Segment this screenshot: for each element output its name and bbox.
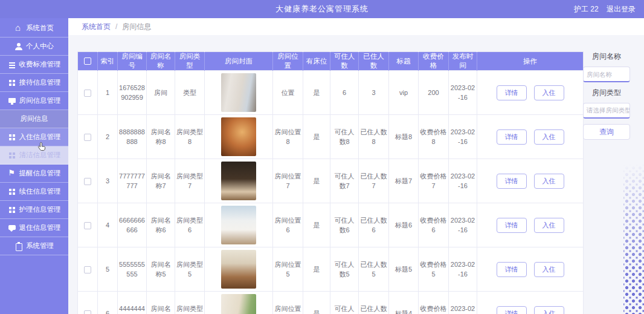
cell-date: 2023-02-16: [449, 71, 477, 115]
row-checkbox[interactable]: [84, 266, 91, 273]
cell-has_bed: 是: [303, 247, 330, 292]
sidebar-item-label: 退住信息管理: [19, 223, 61, 232]
cell-cover: [205, 292, 273, 314]
monitor-icon: [8, 97, 16, 105]
sidebar-item-profile[interactable]: 个人中心: [0, 38, 68, 56]
cell-title: 标题5: [389, 247, 419, 292]
room-cover-photo: [221, 206, 256, 244]
row-checkbox[interactable]: [84, 310, 91, 314]
column-header: 房间名称: [147, 52, 175, 71]
cell-room_no: 5555555555: [118, 247, 147, 292]
row-checkbox[interactable]: [84, 90, 91, 97]
cell-occupied: 已住人数8: [359, 115, 389, 159]
table-row: 64444444444房间名称4房间类型4房间位置4是可住人数4已住人数4标题4…: [78, 292, 584, 314]
cell-capacity: 可住人数7: [330, 159, 359, 203]
sidebar-item-label: 房间信息: [21, 114, 48, 123]
cell-room_no: 6666666666: [118, 203, 147, 247]
cell-capacity: 可住人数4: [330, 292, 359, 314]
sidebar-item-checkout-mgmt[interactable]: 退住信息管理: [0, 219, 68, 237]
column-header: 房间类型: [175, 52, 205, 71]
cell-cover: [205, 159, 273, 203]
checkin-button[interactable]: 入住: [534, 218, 564, 233]
home-icon: [14, 24, 23, 33]
cell-location: 房间位置8: [273, 115, 303, 159]
detail-button[interactable]: 详情: [497, 262, 527, 277]
cell-location: 房间位置4: [273, 292, 303, 314]
cell-capacity: 可住人数6: [330, 203, 359, 247]
sidebar-item-label: 入住信息管理: [19, 132, 61, 142]
cell-index: 6: [98, 292, 118, 314]
sidebar-item-fee-standard[interactable]: 收费标准管理: [0, 56, 68, 74]
sidebar-item-system-mgmt[interactable]: 系统管理: [0, 237, 68, 255]
column-header: 发布时间: [449, 52, 477, 71]
detail-button[interactable]: 详情: [497, 174, 527, 189]
cell-cover: [205, 247, 273, 292]
checkin-button[interactable]: 入住: [534, 129, 564, 145]
app-title: 大健康养老公寓管理系统: [0, 0, 644, 18]
sidebar-item-room-info[interactable]: 房间信息: [0, 110, 68, 128]
cell-price: 200: [419, 71, 449, 115]
column-header: 房间封面: [205, 52, 273, 71]
sidebar-item-label: 房间信息管理: [19, 96, 61, 105]
cell-has_bed: 是: [303, 292, 330, 314]
sidebar-item-nursing-mgmt[interactable]: 护理信息管理: [0, 201, 68, 219]
query-button[interactable]: 查询: [583, 124, 630, 140]
checkin-button[interactable]: 入住: [534, 174, 564, 189]
row-checkbox[interactable]: [84, 134, 91, 141]
checkin-button[interactable]: 入住: [534, 306, 564, 314]
logout-link[interactable]: 退出登录: [607, 5, 636, 13]
grid-icon: [8, 133, 16, 142]
user-icon: [14, 42, 23, 51]
detail-button[interactable]: 详情: [497, 218, 527, 233]
cell-type: 房间类型8: [175, 115, 205, 159]
cell-actions: 详情入住: [477, 292, 584, 314]
sidebar-item-label: 个人中心: [26, 42, 54, 51]
detail-button[interactable]: 详情: [497, 85, 527, 100]
cell-date: 2023-02-16: [449, 203, 477, 247]
breadcrumb-current: 房间信息: [122, 22, 151, 32]
cell-room_no: 8888888888: [118, 115, 147, 159]
cell-capacity: 可住人数8: [330, 115, 359, 159]
checkin-button[interactable]: 入住: [534, 85, 564, 100]
cell-price: 收费价格5: [419, 247, 449, 292]
cell-occupied: 已住人数5: [359, 247, 389, 292]
sidebar-item-home[interactable]: 系统首页: [0, 19, 68, 38]
sidebar-item-cleaning-mgmt[interactable]: 清洁信息管理: [0, 146, 68, 165]
checkin-button[interactable]: 入住: [534, 262, 564, 277]
cell-capacity: 可住人数5: [330, 247, 359, 292]
row-checkbox[interactable]: [84, 178, 91, 185]
halftone-dots-decoration: [623, 165, 644, 314]
sidebar-item-renewal-mgmt[interactable]: 续住信息管理: [0, 183, 68, 201]
cell-title: 标题8: [389, 115, 419, 159]
cell-location: 房间位置6: [273, 203, 303, 247]
room-type-select[interactable]: 请选择房间类型: [583, 103, 630, 119]
detail-button[interactable]: 详情: [497, 129, 527, 145]
column-header: 有床位: [303, 52, 330, 71]
sidebar-item-room-mgmt[interactable]: 房间信息管理: [0, 92, 68, 110]
table-row: 46666666666房间名称6房间类型6房间位置6是可住人数6已住人数6标题6…: [78, 203, 584, 247]
cell-type: 房间类型6: [175, 203, 205, 247]
room-cover-photo: [221, 250, 256, 289]
table-row: 11676528902959房间类型位置是63vip2002023-02-16详…: [78, 71, 584, 115]
sidebar-item-reception[interactable]: 接待信息管理: [0, 74, 68, 92]
cell-type: 类型: [175, 71, 205, 115]
row-checkbox[interactable]: [84, 222, 91, 229]
chat-icon: [8, 224, 16, 232]
cell-actions: 详情入住: [477, 115, 584, 159]
user-name[interactable]: 护工 22: [574, 5, 599, 13]
select-all-checkbox[interactable]: [84, 57, 91, 65]
room-cover-photo: [221, 162, 256, 200]
cell-type: 房间类型5: [175, 247, 205, 292]
sidebar-item-reminder-mgmt[interactable]: 提醒信息管理: [0, 165, 68, 183]
breadcrumb-home[interactable]: 系统首页: [82, 22, 111, 32]
sidebar-item-checkin-mgmt[interactable]: 入住信息管理: [0, 128, 68, 146]
room-name-input[interactable]: [583, 67, 630, 82]
cell-has_bed: 是: [303, 71, 330, 115]
breadcrumb: 系统首页 / 房间信息: [68, 18, 644, 35]
detail-button[interactable]: 详情: [497, 306, 527, 314]
cell-title: 标题6: [389, 203, 419, 247]
grid-icon: [8, 206, 16, 214]
grid-icon: [8, 188, 16, 196]
sidebar-item-label: 系统首页: [26, 24, 54, 33]
cell-index: 4: [98, 203, 118, 247]
